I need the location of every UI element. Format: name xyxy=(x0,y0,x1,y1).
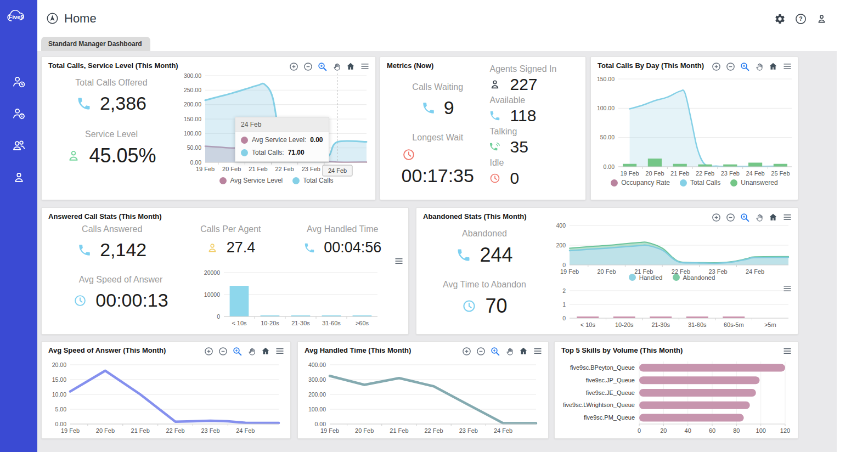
zoom-out-icon[interactable] xyxy=(726,213,735,222)
sidebar-item-user[interactable] xyxy=(9,168,28,187)
pan-icon[interactable] xyxy=(505,347,514,356)
menu-icon[interactable] xyxy=(533,346,543,356)
dashboard-content: Total Calls, Service Level (This Month) … xyxy=(37,51,837,452)
box-zoom-icon[interactable] xyxy=(318,62,327,71)
panel-metrics-now: Metrics (Now) Calls Waiting 9 Longest Wa… xyxy=(380,56,586,200)
panel-title: Total Calls, Service Level (This Month) xyxy=(48,61,178,70)
home-icon[interactable] xyxy=(769,62,777,71)
stat-calls-answered: Calls Answered 2,142 xyxy=(44,224,180,261)
pan-icon[interactable] xyxy=(332,62,341,71)
chart-canvas: 0.0050.00100.00150.0019 Feb20 Feb21 Feb2… xyxy=(593,71,795,181)
box-zoom-icon[interactable] xyxy=(740,213,749,222)
sidebar-item-supervisors[interactable] xyxy=(9,136,28,155)
zoom-out-icon[interactable] xyxy=(303,62,313,71)
box-zoom-icon[interactable] xyxy=(740,62,749,71)
svg-text:60: 60 xyxy=(709,427,715,434)
top-skills-chart[interactable]: five9sc.BPeyton_Queuefive9sc.JP_Queuefiv… xyxy=(557,357,797,437)
svg-text:0: 0 xyxy=(562,262,566,268)
home-icon[interactable] xyxy=(519,347,528,355)
abandon-time-distribution-chart[interactable]: 012< 10s10-20s21-30s31-60s60s-5m>5m xyxy=(550,284,794,329)
legend-item[interactable]: Unanswered xyxy=(730,179,777,187)
zoom-out-icon[interactable] xyxy=(476,347,486,356)
menu-icon[interactable] xyxy=(782,346,792,356)
tooltip-date: 24 Feb xyxy=(235,117,329,132)
total-calls-by-day-chart[interactable]: 0.0050.00100.00150.0019 Feb20 Feb21 Feb2… xyxy=(593,71,796,181)
stat-agents-signed-in: 227 xyxy=(489,75,579,94)
svg-text:24 Feb: 24 Feb xyxy=(746,268,764,275)
svg-text:>60s: >60s xyxy=(356,320,369,326)
svg-text:0.00: 0.00 xyxy=(315,421,326,427)
panel-top-5-skills: Top 5 Skills by Volume (This Month) five… xyxy=(554,341,798,439)
handled-abandoned-chart[interactable]: 020040019 Feb20 Feb21 Feb22 Feb23 Feb24 … xyxy=(550,221,794,276)
clock-icon xyxy=(489,172,501,184)
svg-text:23 Feb: 23 Feb xyxy=(459,427,478,434)
panel-abandoned-stats: Abandoned Stats (This Month) Abandoned 2… xyxy=(416,207,798,335)
zoom-in-icon[interactable] xyxy=(289,62,298,71)
svg-text:31-60s: 31-60s xyxy=(322,320,341,326)
person-icon xyxy=(66,149,81,163)
svg-text:10-20s: 10-20s xyxy=(261,320,279,326)
avg-speed-of-answer-chart[interactable]: 0.005.0010.0015.0020.0019 Feb20 Feb21 Fe… xyxy=(44,356,289,437)
svg-text:400.00: 400.00 xyxy=(308,361,326,368)
chart-canvas: 01000020000< 10s10-20s21-30s31-60s>60s xyxy=(198,268,383,329)
svg-text:24 Feb: 24 Feb xyxy=(328,167,347,174)
phone-icon xyxy=(76,96,92,111)
home-icon[interactable] xyxy=(346,62,355,71)
legend-item[interactable]: Total Calls xyxy=(680,179,720,187)
svg-text:24 Feb: 24 Feb xyxy=(236,427,255,434)
help-icon[interactable]: ? xyxy=(795,13,807,25)
legend-item[interactable]: Handled xyxy=(629,274,663,281)
sidebar-item-agent-settings[interactable] xyxy=(9,104,28,123)
sidebar-item-agent-status[interactable] xyxy=(9,72,28,91)
zoom-out-icon[interactable] xyxy=(218,347,228,356)
clock-icon xyxy=(461,298,477,314)
menu-icon[interactable] xyxy=(782,61,792,71)
phone-talking-icon xyxy=(489,141,501,153)
five9-logo[interactable]: Five9 xyxy=(6,7,31,27)
home-icon[interactable] xyxy=(769,213,777,222)
svg-text:19 Feb: 19 Feb xyxy=(61,427,80,434)
svg-text:22 Feb: 22 Feb xyxy=(696,170,714,177)
chart-toolbar xyxy=(462,346,543,356)
sidebar: Five9 xyxy=(0,0,37,452)
zoom-in-icon[interactable] xyxy=(712,213,721,222)
svg-text:100.00: 100.00 xyxy=(597,105,615,111)
legend-item[interactable]: Occupancy Rate xyxy=(611,179,670,187)
svg-text:19 Feb: 19 Feb xyxy=(560,268,579,275)
user-icon[interactable] xyxy=(816,13,827,25)
panel-title: Abandoned Stats (This Month) xyxy=(423,212,526,221)
box-zoom-icon[interactable] xyxy=(491,347,500,356)
legend-item[interactable]: Abandoned xyxy=(673,274,715,281)
panel-title: Avg Speed of Answer (This Month) xyxy=(48,346,166,354)
settings-icon[interactable] xyxy=(774,13,786,25)
svg-text:100.00: 100.00 xyxy=(184,130,201,137)
pan-icon[interactable] xyxy=(247,347,256,356)
menu-icon[interactable] xyxy=(394,256,404,266)
legend-item[interactable]: Avg Service Level xyxy=(219,177,283,184)
zoom-out-icon[interactable] xyxy=(726,62,735,71)
pan-icon[interactable] xyxy=(754,62,764,71)
box-zoom-icon[interactable] xyxy=(233,347,242,356)
phone-icon xyxy=(303,242,315,254)
chart-canvas: 0.00100.00200.00300.00400.0019 Feb20 Feb… xyxy=(300,356,543,437)
svg-text:40: 40 xyxy=(685,427,691,434)
svg-text:22 Feb: 22 Feb xyxy=(166,427,184,434)
svg-text:20000: 20000 xyxy=(204,269,220,276)
tab-standard-manager-dashboard[interactable]: Standard Manager Dashboard xyxy=(41,37,150,51)
pan-icon[interactable] xyxy=(754,213,764,222)
answer-time-distribution-chart[interactable]: 01000020000< 10s10-20s21-30s31-60s>60s xyxy=(198,268,383,329)
menu-icon[interactable] xyxy=(782,284,792,293)
clock-icon xyxy=(402,148,416,162)
svg-text:50.00: 50.00 xyxy=(187,144,201,151)
person-icon xyxy=(206,242,218,254)
home-icon[interactable] xyxy=(261,347,270,355)
zoom-in-icon[interactable] xyxy=(204,347,213,356)
zoom-in-icon[interactable] xyxy=(462,347,471,356)
legend-item[interactable]: Total Calls xyxy=(292,177,333,184)
zoom-in-icon[interactable] xyxy=(712,62,721,71)
panel-title: Total Calls By Day (This Month) xyxy=(598,61,704,70)
svg-text:20 Feb: 20 Feb xyxy=(96,427,115,434)
avg-handled-time-chart[interactable]: 0.00100.00200.00300.00400.0019 Feb20 Feb… xyxy=(300,356,547,437)
svg-text:300.00: 300.00 xyxy=(184,72,201,79)
menu-icon[interactable] xyxy=(275,346,285,356)
